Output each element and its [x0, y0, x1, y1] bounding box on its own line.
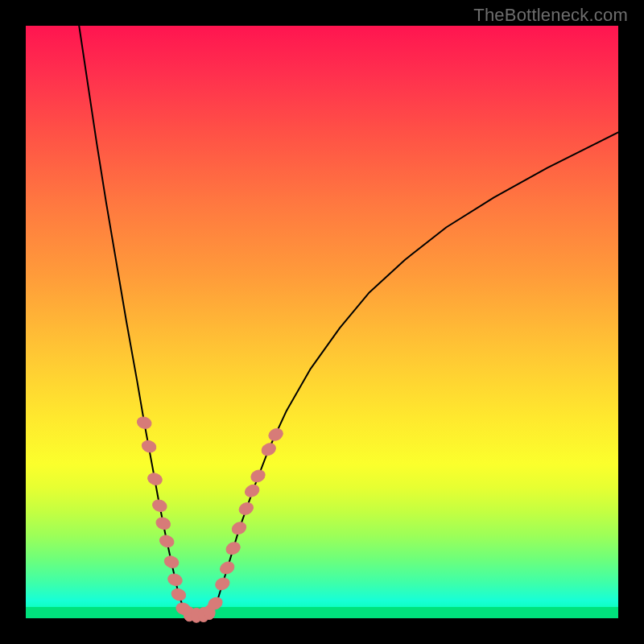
data-marker: [135, 415, 152, 431]
marker-group: [135, 415, 284, 623]
data-marker: [218, 559, 236, 576]
data-marker: [213, 576, 231, 592]
chart-frame: TheBottleneck.com: [0, 0, 644, 644]
data-marker: [243, 483, 261, 499]
watermark-text: TheBottleneck.com: [473, 5, 628, 26]
data-marker: [230, 520, 248, 536]
data-marker: [163, 555, 180, 570]
data-marker: [167, 572, 184, 588]
data-marker: [151, 498, 168, 514]
data-marker: [158, 534, 175, 549]
data-marker: [260, 441, 278, 457]
data-marker: [140, 439, 157, 454]
data-marker: [155, 516, 171, 531]
data-marker: [147, 472, 163, 487]
plot-area: [26, 26, 618, 618]
data-marker: [170, 587, 187, 602]
data-marker: [224, 540, 242, 556]
chart-svg: [26, 26, 618, 618]
data-marker: [266, 427, 284, 443]
data-marker: [249, 468, 266, 484]
data-marker: [237, 501, 255, 517]
